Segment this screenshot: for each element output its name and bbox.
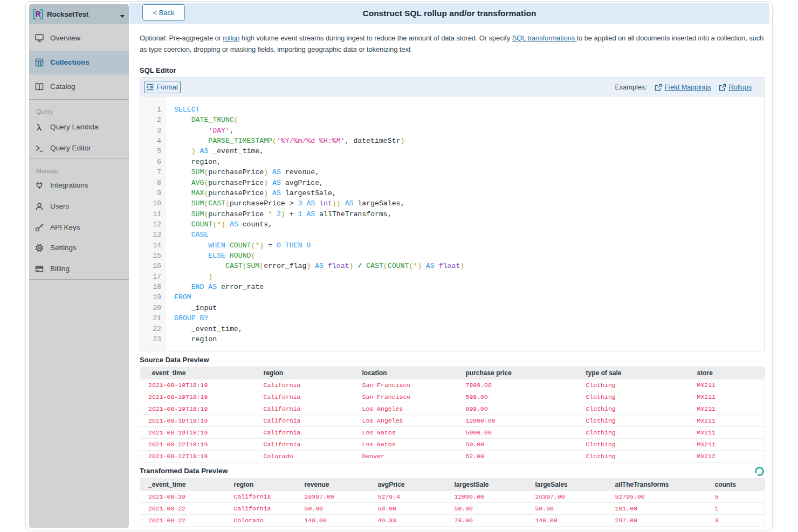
svg-text:R: R (35, 10, 40, 18)
